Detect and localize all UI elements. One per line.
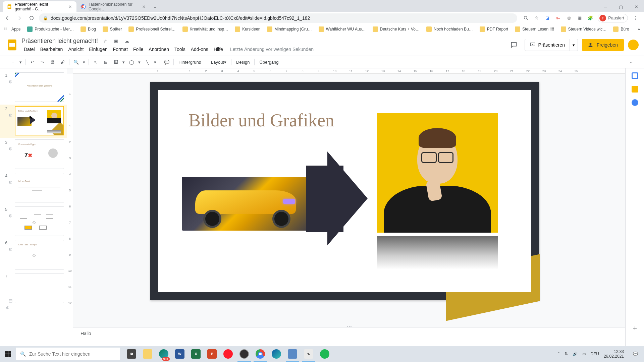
- photo-reflection[interactable]: [377, 236, 498, 269]
- image-dropdown[interactable]: ▾: [121, 58, 126, 66]
- bookmark[interactable]: Wahlfächer WU Aus…: [319, 26, 366, 32]
- slide-canvas[interactable]: 1123456789101112131415161718192021222324…: [67, 68, 625, 346]
- notifications-button[interactable]: 💬: [629, 346, 642, 362]
- bookmark[interactable]: Deutsche Kurs + Vo…: [373, 26, 420, 32]
- new-slide-button[interactable]: ＋: [8, 58, 17, 66]
- notepad-button[interactable]: ✎: [301, 346, 317, 362]
- textbox-tool[interactable]: ⊞: [101, 58, 110, 66]
- slide-thumbnail[interactable]: ⦸: [15, 206, 64, 236]
- close-tab-icon[interactable]: ✕: [142, 4, 146, 9]
- bookmark[interactable]: PDF Report: [480, 26, 508, 32]
- profile-avatar[interactable]: [628, 40, 639, 50]
- reload-button[interactable]: [27, 13, 36, 23]
- tasks-icon[interactable]: [632, 99, 638, 106]
- bookmark-apps[interactable]: ⠿Apps: [4, 26, 20, 32]
- calendar-icon[interactable]: [632, 72, 638, 79]
- new-slide-dropdown[interactable]: ▾: [18, 58, 23, 66]
- slide-thumbnail[interactable]: Formen einfügen 7✖: [15, 139, 64, 169]
- chrome-menu-icon[interactable]: ⋮: [632, 15, 639, 21]
- network-icon[interactable]: ⇅: [565, 352, 568, 356]
- menu-format[interactable]: Format: [111, 46, 130, 53]
- slide-thumbnail[interactable]: Ich bin Texst.: [15, 173, 64, 202]
- transition-button[interactable]: Übergang: [257, 58, 281, 66]
- bookmark[interactable]: Produktsuche - Mer…: [27, 26, 74, 32]
- bookmark[interactable]: Später: [103, 26, 122, 32]
- select-tool[interactable]: ↖: [91, 58, 100, 66]
- volume-icon[interactable]: 🔊: [573, 352, 578, 356]
- spotify-button[interactable]: [317, 346, 333, 362]
- zoom-button[interactable]: 🔍: [71, 58, 81, 66]
- menu-help[interactable]: Hilfe: [211, 46, 225, 53]
- task-view-button[interactable]: ⧉: [123, 346, 140, 362]
- slide-filmstrip[interactable]: 1 ◐ Präsentieren leicht gemacht! 2 ◐ Bil…: [0, 68, 67, 346]
- slide-title-text[interactable]: Bilder und Grafiken: [189, 110, 334, 131]
- menu-view[interactable]: Ansicht: [66, 46, 86, 53]
- add-addon-button[interactable]: ＋: [632, 323, 638, 333]
- document-title[interactable]: Präsentieren leicht gemacht!: [21, 38, 98, 45]
- edge-legacy-button[interactable]: 99+: [156, 346, 172, 362]
- comment-tool[interactable]: 💬: [162, 58, 171, 66]
- slide-thumbnail[interactable]: Bilder und Grafiken: [15, 106, 64, 135]
- bookmark[interactable]: Büro: [613, 26, 629, 32]
- last-edit-text[interactable]: Letzte Änderung vor wenigen Sekunden: [230, 47, 314, 52]
- extension-icon[interactable]: ◪: [544, 15, 551, 21]
- star-icon[interactable]: ☆: [533, 15, 540, 21]
- taskbar-search[interactable]: 🔍 Zur Suche Text hier eingeben: [16, 348, 120, 360]
- image-tool[interactable]: 🖼: [111, 58, 120, 66]
- excel-button[interactable]: X: [188, 346, 204, 362]
- shape-tool[interactable]: ◯: [127, 58, 136, 66]
- minimize-button[interactable]: ─: [598, 1, 613, 12]
- extensions-menu-icon[interactable]: 🧩: [587, 15, 594, 21]
- menu-addons[interactable]: Add-ons: [189, 46, 211, 53]
- chrome-button[interactable]: [252, 346, 268, 362]
- layout-button[interactable]: Layout ▾: [208, 58, 229, 66]
- obs-button[interactable]: [236, 346, 252, 362]
- battery-icon[interactable]: ▭: [582, 352, 586, 356]
- file-explorer-button[interactable]: [140, 346, 156, 362]
- line-tool[interactable]: ╲: [143, 58, 152, 66]
- close-window-button[interactable]: ✕: [629, 1, 644, 12]
- profile-paused-badge[interactable]: T Pausiert: [598, 14, 628, 22]
- menu-slide[interactable]: Folie: [131, 46, 146, 53]
- share-button[interactable]: Freigeben: [582, 39, 624, 51]
- browser-tab[interactable]: Tastenkombinationen für Google… ✕: [76, 1, 150, 12]
- browser-tab[interactable]: Präsentieren leicht gemacht! - G… ✕: [3, 1, 76, 12]
- undo-button[interactable]: ↶: [28, 58, 37, 66]
- powerpoint-button[interactable]: P: [204, 346, 220, 362]
- start-button[interactable]: [0, 346, 16, 362]
- arrow-shape-head[interactable]: [327, 152, 368, 245]
- paint-format-button[interactable]: 🖌: [58, 58, 67, 66]
- slide-background[interactable]: Bilder und Grafiken: [150, 82, 539, 300]
- tray-chevron-icon[interactable]: ˄: [558, 352, 560, 356]
- slide-content[interactable]: Bilder und Grafiken: [158, 90, 531, 292]
- close-tab-icon[interactable]: ✕: [68, 4, 72, 9]
- bookmark[interactable]: Steuern Lesen !!!!: [515, 26, 554, 32]
- edge-button[interactable]: [268, 346, 284, 362]
- bookmark[interactable]: Professionell Schrei…: [128, 26, 175, 32]
- line-dropdown[interactable]: ▾: [153, 58, 158, 66]
- notes-resize-handle[interactable]: [342, 326, 356, 329]
- collapse-toolbar-button[interactable]: ︿: [627, 58, 636, 66]
- bookmark[interactable]: Mindmapping (Gru…: [267, 26, 312, 32]
- bookmark[interactable]: Noch hochladen Bu…: [426, 26, 473, 32]
- comments-button[interactable]: [507, 38, 521, 52]
- opera-button[interactable]: [220, 346, 236, 362]
- slide-thumbnail[interactable]: Erste Folie – Beispiel ⦸: [15, 240, 64, 269]
- app-button[interactable]: [284, 346, 301, 362]
- word-button[interactable]: W: [172, 346, 188, 362]
- menu-insert[interactable]: Einfügen: [87, 46, 110, 53]
- clock[interactable]: 12:33 26.02.2021: [604, 349, 624, 359]
- back-button[interactable]: [3, 13, 12, 23]
- keep-icon[interactable]: [632, 86, 638, 93]
- slides-logo-icon[interactable]: [5, 38, 19, 52]
- forward-button[interactable]: [15, 13, 24, 23]
- extension-icon[interactable]: 🏷: [555, 15, 561, 21]
- extension-icon[interactable]: ◍: [566, 15, 572, 21]
- zoom-icon[interactable]: [523, 15, 529, 21]
- url-field[interactable]: 🔒 docs.google.com/presentation/d/1yV372S…: [39, 13, 517, 23]
- bookmark[interactable]: Kursideen: [235, 26, 260, 32]
- slide-thumbnail[interactable]: Präsentieren leicht gemacht!: [15, 72, 64, 102]
- new-tab-button[interactable]: ＋: [150, 3, 160, 12]
- bookmark[interactable]: Blog: [80, 26, 96, 32]
- cloud-saved-icon[interactable]: ☁: [123, 38, 130, 44]
